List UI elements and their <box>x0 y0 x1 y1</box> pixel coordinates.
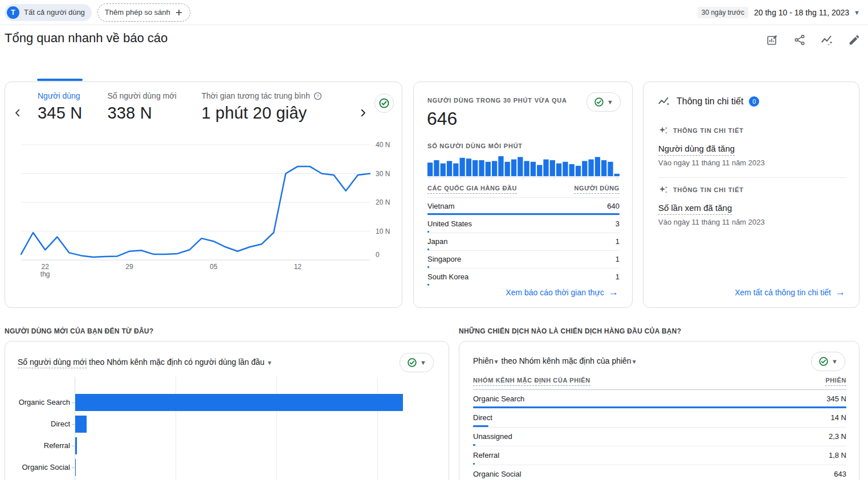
audience-avatar: T <box>7 6 19 19</box>
session-channel-row: Unassigned 2,3 N <box>473 428 846 446</box>
chevron-down-icon: ▼ <box>854 9 860 16</box>
channel-name: Unassigned <box>473 432 512 441</box>
sessions-bar <box>473 425 488 427</box>
metric-tabs: Người dùng 345 N Số người dùng mới 338 N… <box>38 91 322 123</box>
joiner: theo <box>87 357 107 367</box>
dimension-name[interactable]: Nhóm kênh mặc định có người dùng lần đầu <box>107 357 264 367</box>
top-countries-header: CÁC QUỐC GIA HÀNG ĐẦU NGƯỜI DÙNG <box>427 185 620 197</box>
y-axis-label: 0 <box>376 251 380 259</box>
minute-bar <box>556 164 561 176</box>
metric-tab-users[interactable]: Người dùng 345 N <box>38 91 82 123</box>
minute-bar <box>524 161 529 176</box>
y-axis-label: 20 N <box>376 198 390 206</box>
link-label: Xem báo cáo thời gian thực <box>506 288 604 297</box>
channel-label: Referral <box>18 441 70 450</box>
insight-item[interactable]: THÔNG TIN CHI TIẾT Người dùng đã tăng Và… <box>658 125 846 167</box>
date-range-badge: 30 ngày trước <box>698 7 748 18</box>
insights-header: Thông tin chi tiết 0 <box>657 95 759 108</box>
add-comparison-label: Thêm phép so sánh <box>105 8 170 17</box>
minute-bar <box>460 158 465 176</box>
check-circle-icon <box>407 357 417 368</box>
section-label-new-users: NGƯỜI DÙNG MỚI CỦA BẠN ĐẾN TỪ ĐÂU? <box>5 327 153 335</box>
metric-label: Người dùng <box>38 91 82 100</box>
view-all-insights-link[interactable]: Xem tất cả thông tin chi tiết → <box>735 287 845 298</box>
minute-bar <box>563 162 568 176</box>
chevron-left-icon <box>13 108 23 118</box>
sessions-column-header[interactable]: PHIÊN <box>825 377 846 386</box>
users-line-chart: 010 N20 N30 N40 N22thg290512 <box>19 136 395 279</box>
countries-column-header[interactable]: CÁC QUỐC GIA HÀNG ĐẦU <box>427 185 517 194</box>
date-range-selector[interactable]: 30 ngày trước 20 thg 10 - 18 thg 11, 202… <box>698 7 868 18</box>
metric-label: Số người dùng mới <box>107 91 176 100</box>
sessions-table-header: NHÓM KÊNH MẶC ĐỊNH CỦA PHIÊN PHIÊN <box>473 377 846 390</box>
dimension-name[interactable]: Nhóm kênh mặc định của phiên <box>519 356 631 365</box>
users-column-header[interactable]: NGƯỜI DÙNG <box>574 185 620 194</box>
metric-tab-avg-engagement-time[interactable]: Thời gian tương tác trung bình ? 1 phút … <box>202 91 322 123</box>
new-users-chart-title[interactable]: Số người dùng mới theo Nhóm kênh mặc địn… <box>18 357 272 367</box>
country-row: Singapore 1 <box>427 250 620 268</box>
insights-title: Thông tin chi tiết <box>677 96 743 107</box>
country-row: South Korea 1 <box>427 268 620 286</box>
metric-tab-new-users[interactable]: Số người dùng mới 338 N <box>107 91 176 123</box>
insight-item[interactable]: THÔNG TIN CHI TIẾT Số lần xem đã tăng Và… <box>658 185 846 226</box>
minute-bar <box>601 160 606 176</box>
scroll-metrics-left-button[interactable] <box>10 105 26 121</box>
page-title: Tổng quan nhanh về báo cáo <box>5 31 168 46</box>
sessions-value: 14 N <box>831 413 846 422</box>
metric-name[interactable]: Số người dùng mới <box>18 357 87 368</box>
insights-icon[interactable] <box>820 33 834 47</box>
data-quality-pill[interactable]: ▼ <box>586 92 621 112</box>
axis-tick <box>72 402 75 403</box>
top-bar: T Tất cả người dùng Thêm phép so sánh 30… <box>0 0 868 25</box>
chevron-down-icon: ▼ <box>267 360 272 366</box>
chevron-down-icon: ▼ <box>832 358 838 365</box>
minute-bar <box>466 158 471 176</box>
data-quality-button[interactable] <box>374 93 394 113</box>
chevron-down-icon: ▼ <box>607 99 613 105</box>
minute-bar <box>472 160 478 176</box>
insights-card: Thông tin chi tiết 0 THÔNG TIN CHI TIẾT … <box>643 82 859 308</box>
help-icon[interactable]: ? <box>313 92 322 100</box>
sessions-value: 2,3 N <box>829 432 846 441</box>
sessions-chart-title[interactable]: Phiên▼ theo Nhóm kênh mặc định của phiên… <box>473 356 637 365</box>
edit-icon[interactable] <box>847 33 861 47</box>
country-users: 1 <box>616 255 620 263</box>
sessions-by-channel-card: Phiên▼ theo Nhóm kênh mặc định của phiên… <box>459 341 859 480</box>
minute-bar <box>531 162 536 176</box>
country-name: South Korea <box>427 272 468 281</box>
insight-title[interactable]: Người dùng đã tăng <box>658 144 735 156</box>
metric-name[interactable]: Phiên <box>473 356 494 365</box>
channel-name: Referral <box>473 451 499 459</box>
channel-label: Organic Search <box>18 398 70 406</box>
session-channel-row: Referral 1,8 N <box>473 446 846 465</box>
add-comparison-chip[interactable]: Thêm phép so sánh <box>97 3 190 22</box>
x-axis-label: 05 <box>210 263 218 271</box>
minute-bar <box>479 160 484 176</box>
chevron-down-icon: ▼ <box>420 359 426 366</box>
data-quality-pill[interactable]: ▼ <box>811 352 845 371</box>
data-quality-pill[interactable]: ▼ <box>400 353 434 372</box>
audience-chip-all-users[interactable]: T Tất cả người dùng <box>5 4 92 21</box>
divider <box>658 177 846 178</box>
minute-bar <box>582 161 587 176</box>
country-bar <box>427 284 429 286</box>
sessions-bar <box>473 444 475 446</box>
customize-report-icon[interactable] <box>765 33 779 47</box>
view-realtime-report-link[interactable]: Xem báo cáo thời gian thực → <box>506 287 618 298</box>
session-channel-row: Organic Search 345 N <box>473 390 846 409</box>
insight-title[interactable]: Số lần xem đã tăng <box>658 203 732 215</box>
x-axis-sublabel: thg <box>40 270 50 278</box>
sessions-bar <box>473 463 475 465</box>
share-icon[interactable] <box>793 33 806 47</box>
section-label-campaigns: NHỮNG CHIẾN DỊCH NÀO LÀ CHIẾN DỊCH HÀNG … <box>459 327 681 335</box>
check-circle-icon <box>594 97 604 107</box>
country-row: Vietnam 640 <box>427 197 620 215</box>
realtime-card: NGƯỜI DÙNG TRONG 30 PHÚT VỪA QUA ▼ 646 S… <box>413 82 633 308</box>
metric-label: Thời gian tương tác trung bình <box>202 91 310 100</box>
minute-bar <box>505 162 510 176</box>
country-name: Japan <box>427 237 447 246</box>
insight-eyebrow: THÔNG TIN CHI TIẾT <box>658 125 846 136</box>
channel-column-header[interactable]: NHÓM KÊNH MẶC ĐỊNH CỦA PHIÊN <box>473 377 590 386</box>
minute-bar <box>511 160 516 176</box>
scroll-metrics-right-button[interactable] <box>355 105 371 121</box>
